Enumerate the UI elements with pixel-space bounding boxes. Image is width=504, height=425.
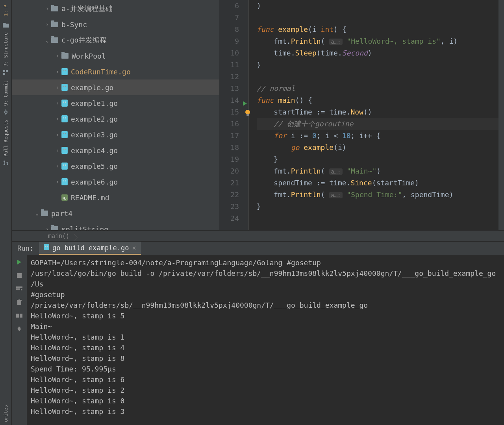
code-line[interactable]: ) — [257, 0, 498, 12]
console-output[interactable]: GOPATH=/Users/stringle-004/note/a-Progra… — [27, 255, 504, 425]
go-file-icon — [61, 100, 68, 107]
close-icon[interactable]: × — [132, 244, 136, 252]
rail-favorites[interactable]: orites — [2, 402, 9, 425]
rail-structure[interactable]: 7: Structure — [2, 29, 9, 70]
code-line[interactable]: func main() { — [257, 94, 498, 106]
svg-rect-50 — [246, 114, 249, 116]
line-number: 9 — [219, 35, 239, 47]
code-line[interactable]: startTime := time.Now() — [257, 106, 498, 118]
rerun-button[interactable] — [15, 258, 23, 266]
code-line[interactable]: for i := 0; i < 10; i++ { — [257, 130, 498, 142]
folder-icon — [41, 211, 48, 216]
rail-pull-requests[interactable]: Pull Requests — [2, 116, 9, 160]
code-line[interactable] — [257, 213, 498, 224]
chevron-icon: › — [43, 226, 51, 230]
tree-item-c-go-[interactable]: ⌄c-go并发编程 — [12, 32, 219, 48]
svg-rect-34 — [61, 147, 68, 154]
code-area[interactable]: )func example(i int) { fmt.Println( a…: … — [249, 0, 498, 230]
tree-item-WorkPool[interactable]: ›WorkPool — [12, 48, 219, 64]
tree-item-a-[interactable]: ›a-并发编程基础 — [12, 1, 219, 17]
tree-label: c-go并发编程 — [61, 35, 107, 45]
code-line[interactable]: time.Sleep(time.Second) — [257, 47, 498, 59]
line-number: 11 — [219, 59, 239, 71]
code-line[interactable] — [257, 12, 498, 24]
run-tab[interactable]: go build example.go × — [39, 242, 141, 255]
tree-item-README-md[interactable]: MDREADME.md — [12, 190, 219, 205]
svg-rect-59 — [17, 301, 21, 305]
project-tree[interactable]: ›a-并发编程基础›b-Sync⌄c-go并发编程›WorkPool›CodeR… — [12, 0, 219, 230]
pr-icon — [3, 160, 9, 167]
svg-rect-61 — [19, 299, 20, 300]
line-number: 15 — [219, 106, 239, 118]
svg-point-49 — [245, 110, 250, 115]
trash-button[interactable] — [15, 298, 23, 306]
code-line[interactable]: func example(i int) { — [257, 24, 498, 35]
rail-commit[interactable]: 9: Commit — [2, 77, 9, 109]
svg-rect-2 — [3, 73, 5, 75]
svg-point-7 — [4, 164, 5, 165]
tree-item-example6-go[interactable]: ›example6.go — [12, 174, 219, 190]
breadcrumb-main[interactable]: main() — [43, 233, 74, 240]
chevron-icon: ⌄ — [43, 37, 51, 43]
folder-icon — [61, 53, 69, 59]
editor-gutter: 6789101112131415161718192021222324 — [219, 0, 243, 230]
svg-point-22 — [63, 102, 64, 102]
go-file-icon — [61, 68, 68, 75]
rail-project[interactable]: 1: P — [2, 2, 9, 19]
tree-item-part4[interactable]: ⌄part4 — [12, 205, 219, 221]
run-line-icon[interactable] — [243, 98, 248, 109]
tree-item-example2-go[interactable]: ›example2.go — [12, 111, 219, 127]
go-file-icon — [61, 163, 68, 170]
editor-scrollbar[interactable] — [498, 0, 504, 230]
code-line[interactable]: fmt.Println( a…: "Spend Time:", spendTim… — [257, 189, 498, 201]
line-number: 19 — [219, 153, 239, 165]
chevron-icon: › — [54, 179, 61, 185]
tree-item-example-go[interactable]: ›example.go — [12, 79, 219, 95]
tree-item-example3-go[interactable]: ›example3.go — [12, 127, 219, 142]
main-area: ›a-并发编程基础›b-Sync⌄c-go并发编程›WorkPool›CodeR… — [12, 0, 504, 425]
tree-item-b-Sync[interactable]: ›b-Sync — [12, 17, 219, 32]
chevron-icon: › — [54, 163, 61, 169]
code-line[interactable]: } — [257, 59, 498, 71]
svg-point-13 — [65, 70, 66, 71]
code-line[interactable]: // normal — [257, 83, 498, 94]
code-line[interactable]: spendTime := time.Since(startTime) — [257, 177, 498, 189]
layout-button[interactable] — [15, 285, 23, 293]
svg-point-28 — [65, 118, 66, 118]
bulb-icon[interactable] — [245, 108, 251, 120]
tree-item-CodeRunTime-go[interactable]: ›CodeRunTime.go — [12, 64, 219, 79]
tree-item-example5-go[interactable]: ›example5.go — [12, 158, 219, 174]
tree-item-example1-go[interactable]: ›example1.go — [12, 95, 219, 111]
tree-label: example5.go — [71, 162, 118, 170]
stop-button[interactable] — [15, 272, 23, 279]
svg-rect-24 — [61, 115, 68, 122]
svg-rect-0 — [3, 70, 5, 72]
code-line[interactable]: } — [257, 153, 498, 165]
line-number: 17 — [219, 130, 239, 142]
pin-button[interactable] — [15, 325, 23, 333]
run-body: GOPATH=/Users/stringle-004/note/a-Progra… — [12, 255, 504, 425]
code-line[interactable]: fmt.Println( a…: "Main~") — [257, 165, 498, 177]
go-file-icon — [61, 178, 68, 185]
tree-item-splitString[interactable]: ›splitString — [12, 221, 219, 230]
tree-label: splitString — [61, 225, 108, 231]
svg-point-23 — [65, 102, 66, 102]
code-line[interactable]: go example(i) — [257, 142, 498, 153]
svg-point-8 — [7, 164, 8, 165]
tree-label: example2.go — [71, 115, 118, 123]
svg-rect-14 — [61, 84, 68, 91]
code-line[interactable]: } — [257, 201, 498, 213]
tree-label: example.go — [71, 83, 113, 92]
code-line[interactable]: // 创建十个goroutine — [257, 118, 498, 130]
svg-rect-44 — [61, 178, 68, 185]
code-editor[interactable]: 6789101112131415161718192021222324 )func… — [219, 0, 504, 230]
tree-item-example4-go[interactable]: ›example4.go — [12, 142, 219, 158]
code-line[interactable]: fmt.Println( a…: "HelloWord~, stamp is",… — [257, 35, 498, 47]
commit-icon — [3, 109, 9, 116]
svg-point-33 — [65, 133, 66, 134]
go-icon — [44, 244, 49, 252]
split-button[interactable] — [15, 312, 23, 320]
code-line[interactable] — [257, 71, 498, 83]
svg-point-6 — [4, 161, 5, 162]
svg-point-38 — [65, 149, 66, 150]
